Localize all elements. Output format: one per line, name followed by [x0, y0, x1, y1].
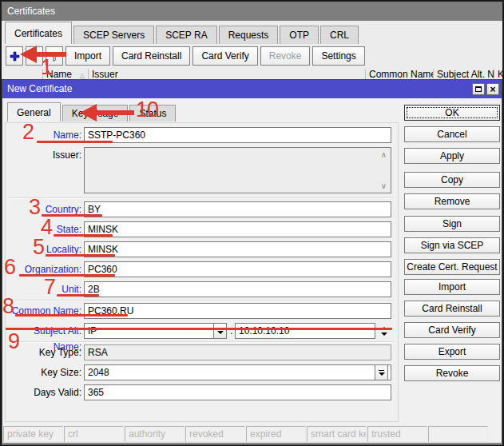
dropdown-icon — [379, 370, 385, 376]
tab-crl[interactable]: CRL — [320, 26, 359, 44]
subject-alt-type-input[interactable] — [84, 323, 214, 339]
annotation-number-9: 9 — [8, 331, 19, 352]
annotation-underline-9 — [6, 328, 392, 330]
card-verify-button-dialog[interactable]: Card Verify — [404, 322, 500, 338]
status-empty — [428, 426, 488, 442]
revoke-button-dialog[interactable]: Revoke — [404, 365, 500, 381]
step-down-icon — [381, 333, 387, 336]
locality-input[interactable] — [84, 241, 391, 257]
export-button[interactable]: Export — [404, 344, 500, 360]
issuer-label: Issuer: — [6, 147, 81, 163]
annotation-number-10: 10 — [136, 99, 158, 121]
annotation-number-7: 7 — [44, 277, 55, 298]
sign-button[interactable]: Sign — [404, 216, 500, 232]
dialog-titlebar[interactable]: New Certificate — [2, 80, 502, 98]
subject-alt-stepper[interactable] — [377, 323, 391, 339]
certificates-window-titlebar[interactable]: Certificates — [2, 2, 502, 21]
subject-alt-type-dropdown-button[interactable] — [213, 323, 227, 339]
tab-otp[interactable]: OTP — [280, 26, 319, 44]
certificates-tab-bar: Certificates SCEP Servers SCEP RA Reques… — [5, 22, 360, 44]
annotation-arrow-1 — [20, 46, 37, 63]
separator — [9, 197, 394, 199]
annotation-underline-7 — [57, 294, 99, 297]
status-crl: crl — [64, 426, 124, 442]
certificate-status-bar: private key crl authority revoked expire… — [3, 426, 488, 442]
subject-alt-separator: : — [230, 323, 232, 339]
subject-alt-value-input[interactable] — [235, 323, 375, 339]
dialog-title: New Certificate — [7, 83, 72, 94]
separator — [9, 300, 394, 301]
scroll-down-icon[interactable]: ∨ — [379, 181, 389, 191]
common-name-input[interactable] — [84, 303, 391, 319]
card-reinstall-button[interactable]: Card Reinstall — [113, 46, 190, 66]
remove-button[interactable]: Remove — [404, 193, 500, 209]
tab-scep-ra[interactable]: SCEP RA — [156, 26, 216, 44]
maximize-button[interactable] — [472, 83, 485, 95]
annotation-underline-4 — [54, 234, 113, 237]
status-authority: authority — [125, 426, 185, 442]
annotation-underline-5 — [46, 254, 115, 257]
card-verify-button[interactable]: Card Verify — [192, 46, 257, 66]
tab-requests[interactable]: Requests — [219, 26, 279, 44]
revoke-button: Revoke — [260, 46, 311, 66]
key-type-input — [84, 344, 391, 360]
organization-input[interactable] — [84, 261, 391, 277]
annotation-arrow-10 — [80, 104, 97, 121]
annotation-underline-6 — [19, 274, 115, 277]
cancel-button[interactable]: Cancel — [404, 126, 500, 142]
create-cert-request-button[interactable]: Create Cert. Request — [404, 259, 500, 275]
import-button-dialog[interactable]: Import — [404, 279, 500, 295]
ok-button[interactable]: OK — [404, 105, 500, 121]
status-trusted: trusted — [367, 426, 427, 442]
dialog-button-column: OK Cancel Apply Copy Remove Sign Sign vi… — [404, 105, 500, 387]
annotation-number-3: 3 — [29, 197, 40, 218]
maximize-icon — [475, 86, 482, 92]
status-private-key: private key — [3, 426, 63, 442]
annotation-underline-8 — [15, 314, 128, 317]
close-icon: × — [490, 85, 495, 94]
days-valid-input[interactable] — [84, 384, 391, 400]
close-button[interactable]: × — [486, 83, 499, 95]
separator — [9, 341, 394, 343]
tab-scep-servers[interactable]: SCEP Servers — [73, 26, 154, 44]
key-size-input[interactable] — [84, 364, 391, 380]
name-input[interactable] — [84, 127, 391, 143]
certificates-window-title: Certificates — [7, 6, 55, 17]
import-button[interactable]: Import — [65, 46, 110, 66]
state-input[interactable] — [84, 221, 391, 237]
status-revoked: revoked — [185, 426, 245, 442]
copy-button[interactable]: Copy — [404, 172, 500, 188]
annotation-underline-2 — [37, 141, 113, 143]
apply-button[interactable]: Apply — [404, 148, 500, 164]
country-input[interactable] — [84, 201, 391, 217]
status-expired: expired — [246, 426, 306, 442]
screenshot-root: Certificates Certificates SCEP Servers S… — [0, 0, 504, 446]
scroll-up-icon[interactable]: ∧ — [379, 149, 389, 160]
plus-icon — [10, 51, 20, 62]
sign-via-scep-button[interactable]: Sign via SCEP — [404, 237, 500, 253]
annotation-number-8: 8 — [2, 296, 14, 317]
annotation-number-1: 1 — [41, 57, 52, 78]
key-size-dropdown-button[interactable] — [375, 364, 388, 380]
unit-input[interactable] — [84, 281, 391, 297]
tab-certificates[interactable]: Certificates — [5, 22, 72, 44]
new-certificate-dialog: New Certificate × General Key Usage Stat… — [2, 79, 502, 444]
tab-general[interactable]: General — [7, 102, 61, 121]
settings-button[interactable]: Settings — [312, 46, 364, 66]
issuer-textarea[interactable]: ∧ ∨ — [84, 147, 391, 193]
status-smart-card-key: smart card key — [307, 426, 367, 442]
annotation-number-6: 6 — [4, 257, 15, 278]
card-reinstall-button-dialog[interactable]: Card Reinstall — [404, 301, 500, 317]
annotation-number-2: 2 — [22, 121, 34, 143]
annotation-number-5: 5 — [33, 237, 44, 258]
common-name-label: Common Name: — [6, 303, 81, 319]
key-size-label: Key Size: — [6, 364, 81, 380]
days-valid-label: Days Valid: — [6, 384, 81, 400]
